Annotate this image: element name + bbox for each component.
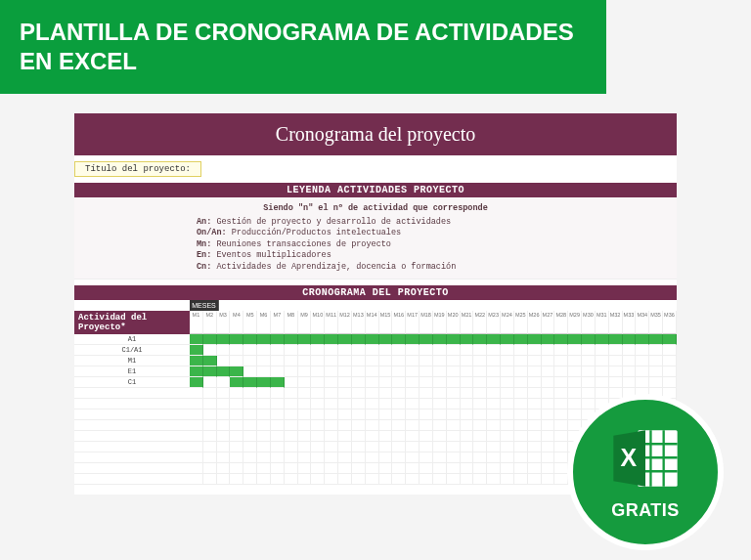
gantt-cell — [298, 399, 312, 409]
gantt-cell — [190, 399, 203, 409]
gantt-cell — [501, 366, 514, 377]
gantt-cell — [433, 452, 447, 463]
gantt-cell — [406, 334, 420, 345]
gantt-cell — [514, 452, 528, 463]
gantt-cell — [582, 388, 596, 399]
gantt-row-label: A1 — [74, 334, 190, 345]
gantt-row-label — [74, 431, 190, 442]
gantt-cell — [596, 356, 609, 366]
gantt-cell — [461, 463, 474, 474]
gantt-cell — [311, 420, 325, 431]
gantt-cell — [190, 334, 203, 345]
gantt-row-label: C1 — [74, 377, 190, 388]
gantt-cell — [528, 420, 542, 431]
gantt-cell — [461, 399, 474, 409]
gantt-cell — [257, 356, 271, 366]
gantt-cell — [406, 431, 420, 442]
gantt-cell — [568, 388, 582, 399]
gantt-cell — [514, 420, 528, 431]
gantt-cell — [217, 334, 231, 345]
gantt-cell — [217, 388, 231, 399]
gantt-cell — [596, 334, 609, 345]
gantt-cell — [311, 409, 325, 420]
gantt-cell — [243, 377, 257, 388]
tick-cell: M6 — [257, 311, 271, 334]
gantt-cell — [420, 366, 433, 377]
gantt-cell — [298, 474, 312, 485]
gantt-cell — [338, 399, 352, 409]
gantt-cell — [190, 431, 203, 442]
gantt-cell — [568, 345, 582, 356]
gantt-cell — [554, 452, 568, 463]
gantt-cell — [325, 356, 338, 366]
gantt-cell — [338, 366, 352, 377]
gantt-cell — [420, 442, 433, 452]
gantt-cell — [366, 409, 379, 420]
gantt-cell — [352, 431, 366, 442]
gantt-cell — [190, 474, 203, 485]
gantt-cell — [243, 420, 257, 431]
gantt-cell — [514, 366, 528, 377]
gantt-cell — [501, 452, 514, 463]
gantt-cell — [461, 366, 474, 377]
gantt-cell — [420, 399, 433, 409]
gantt-cell — [501, 420, 514, 431]
gantt-cell — [554, 377, 568, 388]
gantt-cell — [352, 334, 366, 345]
tick-cell: M28 — [554, 311, 568, 334]
gantt-cell — [203, 366, 217, 377]
gantt-cell — [554, 334, 568, 345]
tick-cell: M1 — [190, 311, 203, 334]
gantt-cell — [487, 431, 501, 442]
legend-key: An: — [197, 217, 211, 227]
gantt-cell — [257, 377, 271, 388]
gantt-cell — [379, 388, 393, 399]
gantt-cell — [325, 463, 338, 474]
gantt-cell — [487, 409, 501, 420]
gantt-cell — [433, 409, 447, 420]
legend-line: An: Gestión de proyecto y desarrollo de … — [197, 217, 667, 228]
badge-label: GRATIS — [611, 500, 680, 521]
gantt-cell — [366, 420, 379, 431]
gantt-cell — [243, 399, 257, 409]
gantt-cell — [542, 356, 555, 366]
gantt-cell — [636, 334, 649, 345]
gantt-cell — [649, 366, 663, 377]
gantt-cell — [514, 463, 528, 474]
gantt-cell — [243, 409, 257, 420]
gantt-cell — [487, 452, 501, 463]
gantt-cell — [298, 463, 312, 474]
gantt-cell — [596, 377, 609, 388]
gantt-cell — [392, 431, 406, 442]
tick-cell: M17 — [406, 311, 420, 334]
gantt-cell — [379, 356, 393, 366]
gantt-cell — [230, 366, 243, 377]
gantt-cell — [663, 366, 677, 377]
gantt-cell — [461, 334, 474, 345]
gantt-cell — [338, 388, 352, 399]
gantt-cell — [366, 399, 379, 409]
gantt-cell — [311, 399, 325, 409]
gantt-cell — [366, 442, 379, 452]
gantt-cell — [190, 377, 203, 388]
gantt-cell — [392, 345, 406, 356]
gantt-cell — [285, 366, 298, 377]
gantt-cell — [406, 377, 420, 388]
tick-cell: M22 — [473, 311, 487, 334]
gantt-cell — [271, 388, 285, 399]
gantt-cell — [352, 399, 366, 409]
gantt-cell — [636, 356, 649, 366]
svg-text:X: X — [621, 443, 638, 470]
gantt-cell — [392, 366, 406, 377]
gantt-cell — [230, 452, 243, 463]
gantt-row-label — [74, 388, 190, 399]
gantt-cell — [542, 474, 555, 485]
gantt-cell — [285, 474, 298, 485]
gantt-cell — [501, 463, 514, 474]
gantt-cell — [406, 366, 420, 377]
tick-cell: M20 — [447, 311, 461, 334]
gantt-header: CRONOGRAMA DEL PROYECTO — [74, 285, 677, 300]
gantt-cell — [406, 420, 420, 431]
gantt-cell — [447, 399, 461, 409]
gantt-cell — [433, 474, 447, 485]
